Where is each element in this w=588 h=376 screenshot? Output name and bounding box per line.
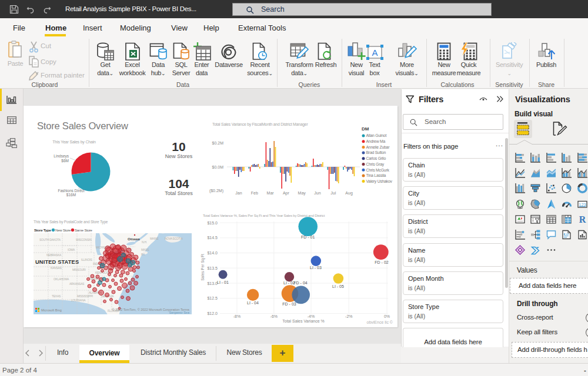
svg-text:This Year Sales by PostalCode: This Year Sales by PostalCode and Store … bbox=[34, 220, 108, 224]
svg-text:Annelie Zubar: Annelie Zubar bbox=[366, 145, 390, 149]
svg-text:Chris Gray: Chris Gray bbox=[366, 162, 385, 167]
svg-text:New Store: New Store bbox=[55, 228, 71, 232]
svg-text:Allan Guinot: Allan Guinot bbox=[366, 133, 387, 137]
svg-text:NEBRASKA: NEBRASKA bbox=[46, 254, 62, 257]
svg-text:$15.0: $15.0 bbox=[207, 221, 218, 225]
svg-text:$13.0: $13.0 bbox=[207, 281, 218, 286]
svg-text:NOVA SCOTIA: NOVA SCOTIA bbox=[165, 237, 183, 240]
svg-text:FD - 01: FD - 01 bbox=[301, 235, 315, 239]
svg-text:LI - 04: LI - 04 bbox=[247, 301, 259, 305]
svg-text:-4%: -4% bbox=[308, 314, 315, 318]
svg-text:Store Type: Store Type bbox=[34, 228, 51, 232]
svg-text:10: 10 bbox=[172, 140, 185, 153]
svg-text:$0.0M: $0.0M bbox=[212, 165, 224, 169]
svg-text:KANSAS: KANSAS bbox=[51, 267, 62, 270]
svg-text:LI - 05: LI - 05 bbox=[332, 284, 344, 288]
svg-text:Brad Sutton: Brad Sutton bbox=[366, 150, 386, 155]
svg-text:New Stores: New Stores bbox=[165, 153, 193, 159]
svg-text:MISSISSIPPI: MISSISSIPPI bbox=[77, 295, 93, 298]
svg-text:Total Stores: Total Stores bbox=[165, 190, 193, 196]
svg-text:0%: 0% bbox=[384, 314, 390, 318]
svg-text:Valery Ushakov: Valery Ushakov bbox=[366, 179, 393, 184]
svg-text:Total Sales Variance %: Total Sales Variance % bbox=[282, 319, 324, 323]
svg-text:OKLAHOMA: OKLAHOMA bbox=[54, 278, 69, 281]
svg-text:IOWA: IOWA bbox=[68, 249, 75, 251]
svg-text:Mar: Mar bbox=[267, 191, 275, 195]
svg-text:Carlos Grilo: Carlos Grilo bbox=[366, 156, 386, 160]
svg-text:Store Sales Overview: Store Sales Overview bbox=[37, 120, 128, 131]
svg-text:Ottawa: Ottawa bbox=[128, 237, 140, 241]
svg-text:-6%: -6% bbox=[270, 314, 278, 318]
svg-text:$6M: $6M bbox=[61, 159, 69, 163]
svg-text:Fashions Direct: Fashions Direct bbox=[58, 189, 84, 193]
svg-text:Chris McGurk: Chris McGurk bbox=[366, 168, 390, 172]
svg-text:obviEnce llc ©: obviEnce llc © bbox=[367, 320, 393, 324]
svg-text:($0.2M): ($0.2M) bbox=[209, 189, 223, 193]
svg-text:Aug: Aug bbox=[345, 191, 353, 196]
svg-text:Andrew Ma: Andrew Ma bbox=[366, 139, 386, 143]
svg-text:ARKANSAS: ARKANSAS bbox=[69, 283, 85, 286]
svg-text:FD - 04: FD - 04 bbox=[293, 281, 307, 285]
svg-text:DM: DM bbox=[362, 126, 369, 132]
svg-text:$0.2M: $0.2M bbox=[212, 141, 224, 145]
svg-text:R.I.: R.I. bbox=[141, 253, 145, 256]
svg-text:104: 104 bbox=[168, 177, 189, 190]
svg-text:$12.5: $12.5 bbox=[207, 296, 218, 300]
svg-text:-2%: -2% bbox=[345, 314, 352, 318]
svg-text:UNITED STATES: UNITED STATES bbox=[35, 259, 79, 265]
svg-text:$16M: $16M bbox=[66, 193, 76, 197]
svg-text:FD - 02: FD - 02 bbox=[375, 260, 388, 264]
svg-text:Sargasso Sea: Sargasso Sea bbox=[169, 311, 189, 314]
svg-text:This Year Sales by Chain: This Year Sales by Chain bbox=[52, 140, 96, 145]
svg-text:Sales Per Sq Ft: Sales Per Sq Ft bbox=[201, 254, 205, 281]
svg-text:FD - 03: FD - 03 bbox=[282, 302, 296, 306]
svg-text:Tina Lassila: Tina Lassila bbox=[366, 173, 386, 177]
svg-text:$13.5: $13.5 bbox=[207, 266, 218, 270]
svg-text:R: R bbox=[579, 214, 586, 224]
svg-text:Total Sales Variance %, Sales: Total Sales Variance %, Sales Per Sq Ft … bbox=[203, 213, 325, 217]
svg-text:$14.5: $14.5 bbox=[207, 236, 218, 240]
svg-text:LI - 01: LI - 01 bbox=[217, 280, 229, 284]
svg-text:A: A bbox=[372, 48, 377, 58]
svg-text:Feb: Feb bbox=[251, 191, 258, 195]
svg-text:Same Store: Same Store bbox=[75, 228, 93, 232]
svg-text:Jul: Jul bbox=[330, 191, 336, 195]
svg-text:MAINE: MAINE bbox=[150, 237, 159, 240]
svg-text:Jun: Jun bbox=[314, 191, 320, 195]
svg-text:MASS.: MASS. bbox=[141, 249, 149, 251]
svg-text:ILLINOIS: ILLINOIS bbox=[81, 258, 92, 261]
svg-text:TEXAS: TEXAS bbox=[52, 295, 61, 298]
svg-text:LI - 03: LI - 03 bbox=[310, 266, 322, 270]
svg-text:N.H.: N.H. bbox=[142, 241, 147, 244]
svg-text:$12.0: $12.0 bbox=[207, 311, 218, 315]
svg-text:$14.0: $14.0 bbox=[207, 251, 218, 255]
svg-text:-8%: -8% bbox=[233, 314, 240, 318]
svg-text:WISCONSIN: WISCONSIN bbox=[76, 239, 92, 241]
svg-text:May: May bbox=[298, 191, 306, 196]
svg-text:Total Sales Variance by Fiscal: Total Sales Variance by FiscalMonth and … bbox=[212, 122, 308, 127]
svg-text:SOUTH DAKOTA: SOUTH DAKOTA bbox=[39, 239, 61, 241]
svg-text:MISSOURI: MISSOURI bbox=[72, 268, 86, 271]
svg-text:LOUISIANA: LOUISIANA bbox=[71, 299, 86, 302]
svg-text:Apr: Apr bbox=[283, 191, 290, 196]
svg-text:Jan: Jan bbox=[235, 191, 242, 195]
svg-text:Microsoft Bing: Microsoft Bing bbox=[41, 308, 62, 312]
